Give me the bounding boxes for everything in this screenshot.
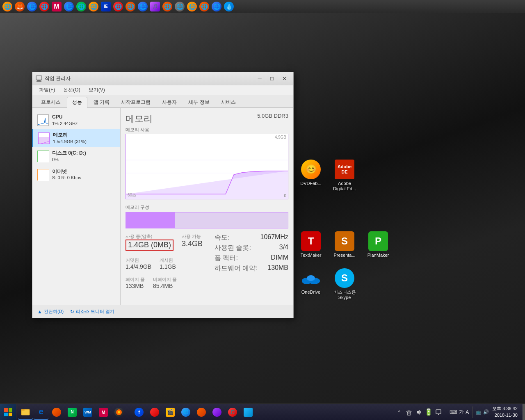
taskbar-icon-12[interactable]: [194, 405, 209, 420]
slots-value: 3/4: [279, 244, 288, 252]
speakers-icon[interactable]: 🔊: [483, 409, 489, 415]
svg-rect-18: [9, 413, 12, 416]
nonpaged-value: 85.4MB: [153, 283, 177, 289]
cached-label: 캐시됨: [160, 257, 176, 263]
taskbar-browser[interactable]: e: [34, 405, 48, 420]
in-use-stat: 사용 중(압축) 1.4GB (0MB): [126, 233, 173, 251]
presenta-label: Presenta...: [333, 253, 355, 258]
desktop-icon-planmaker[interactable]: P PlanMaker: [362, 230, 395, 260]
menu-file[interactable]: 파일(F): [36, 86, 58, 94]
top-icon-9[interactable]: IE: [101, 2, 111, 11]
taskbar-pinned-apps: e N WM M f: [16, 405, 257, 420]
chart-y-max: 4.9GB: [275, 135, 286, 139]
top-icon-13[interactable]: 🎵: [150, 2, 160, 11]
top-icon-4[interactable]: 🌐: [39, 2, 49, 11]
system-tray: ^ 🔋 ⌨: [392, 406, 523, 418]
top-icon-15[interactable]: 🌐: [175, 2, 185, 11]
svg-rect-17: [4, 413, 8, 416]
skype-icon: S: [335, 268, 354, 288]
sidebar-item-disk[interactable]: 디스크 0(C: D:) 0%: [32, 147, 120, 165]
top-icon-18[interactable]: 🌐: [212, 2, 221, 11]
taskbar-icon-9[interactable]: [147, 405, 162, 420]
taskbar-explorer[interactable]: [18, 405, 33, 420]
top-icon-7[interactable]: 🌐: [76, 2, 86, 11]
form-label: 폼 팩터:: [215, 254, 238, 262]
top-icon-8[interactable]: 🌐: [89, 2, 98, 11]
slots-label: 사용된 슬롯:: [215, 244, 251, 252]
tab-performance[interactable]: 성능: [67, 97, 87, 108]
top-icon-6[interactable]: 🌐: [64, 2, 74, 11]
volume-icon[interactable]: 📺: [476, 409, 482, 415]
taskbar-icon-5[interactable]: WM: [80, 405, 95, 420]
nonpaged-label: 비페이지 풀: [153, 276, 177, 283]
tab-startup[interactable]: 시작프로그램: [116, 97, 156, 107]
memory-info: 메모리 1.5/4.9GB (31%): [53, 132, 87, 145]
top-icon-1[interactable]: 🌐: [2, 2, 12, 11]
desktop-icon-adobe[interactable]: AdobeDE AdobeDigital Ed...: [328, 158, 361, 193]
top-icon-11[interactable]: 🌐: [126, 2, 135, 11]
taskbar-icon-7[interactable]: [112, 405, 126, 420]
memory-header: 메모리 5.0GB DDR3: [126, 113, 288, 125]
taskbar-icon-11[interactable]: 🌐: [178, 405, 193, 420]
desktop-icon-skype[interactable]: S 비즈니스용Skype: [328, 267, 361, 302]
desktop-icon-onedrive[interactable]: OneDrive: [294, 267, 327, 297]
top-icon-3[interactable]: 🌐: [27, 2, 37, 11]
tray-chevron[interactable]: ^: [395, 408, 403, 416]
taskbar-icon-6[interactable]: M: [96, 405, 111, 420]
presenta-icon: S: [335, 231, 354, 251]
taskbar-icon-10[interactable]: 🎬: [163, 405, 178, 420]
lang-a[interactable]: A: [466, 409, 469, 415]
tab-services[interactable]: 서비스: [216, 97, 241, 107]
top-icon-19[interactable]: 💧: [224, 2, 234, 11]
close-button[interactable]: ✕: [278, 74, 290, 84]
menu-view[interactable]: 보기(V): [85, 86, 108, 94]
taskbar-icon-4[interactable]: N: [65, 405, 80, 420]
sidebar-item-memory[interactable]: 메모리 1.5/4.9GB (31%): [32, 129, 120, 147]
tray-action-center[interactable]: [434, 408, 443, 416]
taskbar-icon-3[interactable]: [49, 405, 64, 420]
memory-spec: 5.0GB DDR3: [257, 113, 288, 119]
desktop-icon-presenta[interactable]: S Presenta...: [328, 230, 361, 260]
dvdfab-icon: 😊: [301, 160, 321, 179]
tab-details[interactable]: 세부 정보: [183, 97, 215, 107]
tray-battery[interactable]: 🔋: [425, 408, 433, 416]
top-icon-5[interactable]: M: [52, 2, 62, 11]
tab-process[interactable]: 프로세스: [36, 97, 66, 107]
taskbar-icon-15[interactable]: [241, 405, 256, 420]
disk-detail: 0%: [52, 157, 86, 163]
taskbar-icon-8[interactable]: f: [132, 405, 146, 420]
resource-monitor-link[interactable]: ↻ 리소스 모니터 열기: [70, 308, 114, 315]
nonpaged-stat: 비페이지 풀 85.4MB: [153, 276, 177, 289]
show-desktop-button[interactable]: [523, 404, 525, 420]
sidebar-item-network[interactable]: 이더넷 S: 0 R: 0 Kbps: [32, 166, 120, 184]
tab-apphistory[interactable]: 앱 기록: [88, 97, 115, 107]
top-icon-12[interactable]: 🌐: [138, 2, 148, 11]
top-icon-14[interactable]: 🌐: [162, 2, 172, 11]
minimize-button[interactable]: ─: [254, 74, 265, 84]
top-icon-10[interactable]: 🌐: [113, 2, 123, 11]
top-icon-2[interactable]: 🦊: [15, 2, 25, 11]
clock[interactable]: 오후 3:36:42 2018-11-30: [491, 406, 519, 418]
simple-view-link[interactable]: ▲ 간단히(D): [37, 308, 64, 315]
svg-point-2: [307, 275, 315, 281]
paged-label: 페이지 풀: [126, 276, 145, 283]
taskbar-icon-14[interactable]: 🎵: [225, 405, 240, 420]
sidebar-item-cpu[interactable]: CPU 1% 2.44GHz: [32, 111, 120, 129]
desktop-icon-textmaker[interactable]: T TextMaker: [294, 230, 327, 260]
planmaker-icon: P: [368, 231, 388, 251]
start-button[interactable]: [0, 404, 16, 420]
taskbar-icon-13[interactable]: [210, 405, 224, 420]
language-indicator[interactable]: 가: [459, 409, 464, 415]
tray-network[interactable]: [405, 408, 413, 416]
keyboard-icon[interactable]: ⌨: [450, 409, 457, 415]
window-controls: ─ □ ✕: [254, 74, 290, 84]
maximize-button[interactable]: □: [266, 74, 278, 84]
tray-sound[interactable]: [415, 408, 423, 416]
titlebar[interactable]: 작업 관리자 ─ □ ✕: [32, 72, 293, 85]
top-icon-16[interactable]: 🌐: [187, 2, 197, 11]
tab-users[interactable]: 사용자: [157, 97, 182, 107]
top-icon-17[interactable]: 🌐: [199, 2, 209, 11]
desktop-icon-dvdfab[interactable]: 😊 DVDFab...: [294, 158, 327, 188]
menu-options[interactable]: 옵션(O): [60, 86, 83, 94]
adobe-label: AdobeDigital Ed...: [333, 181, 356, 192]
